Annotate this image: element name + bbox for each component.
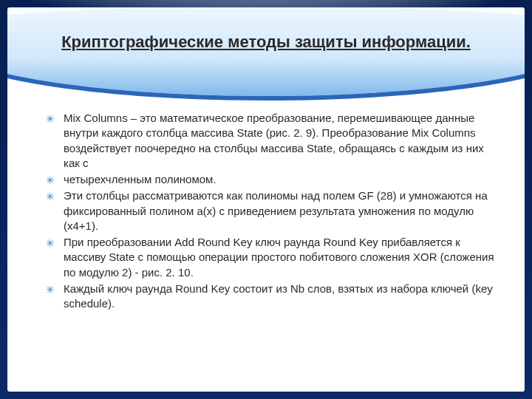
header-wave-decoration [7, 7, 525, 118]
slide-card: Криптографические методы защиты информац… [7, 7, 525, 392]
slide-content: Mix Columns – это математическое преобра… [44, 111, 502, 313]
list-item: Эти столбцы рассматриваются как полиномы… [44, 188, 502, 233]
slide-background: Криптографические методы защиты информац… [0, 0, 532, 399]
slide-title: Криптографические методы защиты информац… [7, 33, 525, 52]
bullet-list: Mix Columns – это математическое преобра… [44, 111, 502, 311]
list-item: четырехчленным полиномом. [44, 172, 502, 187]
list-item: Каждый ключ раунда Round Key состоит из … [44, 282, 502, 312]
list-item: Mix Columns – это математическое преобра… [44, 111, 502, 171]
list-item: При преобразовании Add Round Key ключ ра… [44, 235, 502, 280]
